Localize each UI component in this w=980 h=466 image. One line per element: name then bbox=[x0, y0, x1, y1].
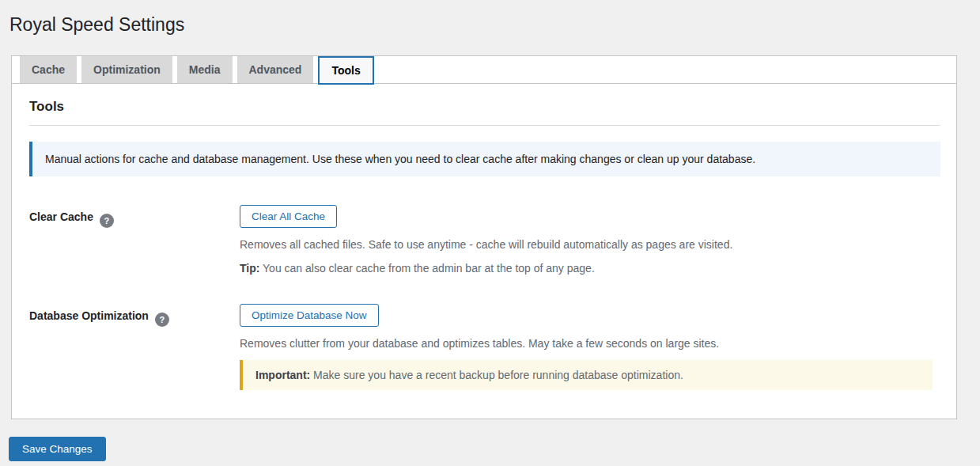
clear-cache-tip: Tip: You can also clear cache from the a… bbox=[240, 261, 940, 275]
help-icon[interactable]: ? bbox=[155, 313, 169, 327]
database-optimization-label-cell: Database Optimization? bbox=[29, 304, 240, 390]
tools-tab-content: Tools Manual actions for cache and datab… bbox=[12, 84, 956, 419]
database-optimization-row: Database Optimization? Optimize Database… bbox=[29, 304, 940, 390]
tab-tools[interactable]: Tools bbox=[318, 56, 373, 85]
backup-warning: Important: Make sure you have a recent b… bbox=[240, 360, 933, 390]
clear-cache-row: Clear Cache? Clear All Cache Removes all… bbox=[29, 205, 940, 275]
tab-cache[interactable]: Cache bbox=[20, 56, 77, 83]
warning-text: Make sure you have a recent backup befor… bbox=[313, 369, 683, 381]
clear-cache-label-cell: Clear Cache? bbox=[29, 205, 240, 275]
page-title: Royal Speed Settings bbox=[0, 0, 980, 36]
settings-panel: Cache Optimization Media Advanced Tools … bbox=[11, 55, 957, 419]
info-notice: Manual actions for cache and database ma… bbox=[29, 142, 940, 176]
save-changes-button[interactable]: Save Changes bbox=[9, 437, 106, 461]
database-optimization-description: Removes clutter from your database and o… bbox=[240, 336, 940, 350]
section-heading: Tools bbox=[29, 97, 940, 126]
tip-label: Tip: bbox=[240, 262, 259, 275]
clear-cache-content: Clear All Cache Removes all cached files… bbox=[240, 205, 940, 275]
warning-label: Important: bbox=[255, 369, 310, 381]
clear-all-cache-button[interactable]: Clear All Cache bbox=[240, 205, 337, 228]
help-icon[interactable]: ? bbox=[100, 214, 114, 228]
clear-cache-label: Clear Cache bbox=[29, 210, 93, 223]
tab-media[interactable]: Media bbox=[177, 56, 233, 83]
clear-cache-description: Removes all cached files. Safe to use an… bbox=[240, 237, 940, 252]
info-notice-text: Manual actions for cache and database ma… bbox=[45, 153, 755, 165]
tab-bar: Cache Optimization Media Advanced Tools bbox=[12, 56, 956, 84]
database-optimization-label: Database Optimization bbox=[29, 309, 149, 322]
optimize-database-button[interactable]: Optimize Database Now bbox=[240, 304, 379, 327]
database-optimization-content: Optimize Database Now Removes clutter fr… bbox=[240, 304, 940, 390]
tip-text: You can also clear cache from the admin … bbox=[263, 262, 595, 275]
tab-optimization[interactable]: Optimization bbox=[81, 56, 172, 83]
tab-advanced[interactable]: Advanced bbox=[237, 56, 314, 83]
